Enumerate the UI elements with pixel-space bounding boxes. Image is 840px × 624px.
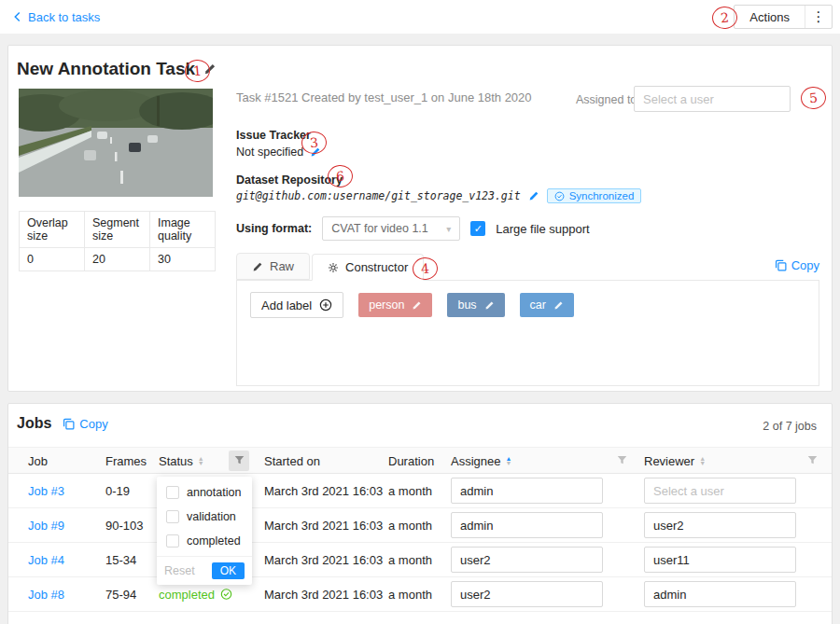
frames-cell: 90-103 xyxy=(105,519,143,533)
assignee-input[interactable] xyxy=(451,547,603,573)
reviewer-input[interactable] xyxy=(644,512,796,538)
label-chip-bus-name: bus xyxy=(457,298,476,312)
task-details-card: New Annotation Task Overlap size Segment… xyxy=(7,45,833,392)
frames-cell: 0-19 xyxy=(105,484,130,498)
status-text: completed xyxy=(159,588,215,602)
job-link[interactable]: Job #4 xyxy=(28,553,64,567)
reviewer-input[interactable] xyxy=(644,581,796,607)
copy-jobs-label: Copy xyxy=(79,417,107,431)
filter-option-completed[interactable]: completed xyxy=(157,529,252,553)
assignee-filter-icon[interactable] xyxy=(611,451,632,471)
sync-status-badge: Synchronized xyxy=(547,188,642,203)
copy-icon xyxy=(775,259,787,271)
param-header-segment: Segment size xyxy=(85,212,150,248)
tab-raw-label: Raw xyxy=(270,259,294,273)
large-file-checkbox[interactable]: ✓ xyxy=(470,221,485,236)
duration-cell: a month xyxy=(388,519,432,533)
actions-button[interactable]: Actions ⋮ xyxy=(734,5,833,29)
edit-label-icon[interactable] xyxy=(484,300,495,311)
reviewer-sorter[interactable]: ▲▼ xyxy=(699,455,706,465)
col-started: Started on xyxy=(264,453,320,467)
sync-status-text: Synchronized xyxy=(569,190,635,201)
jobs-header: Jobs Copy xyxy=(17,415,108,432)
task-title-text: New Annotation Task xyxy=(17,59,195,79)
task-params-table: Overlap size Segment size Image quality … xyxy=(19,211,216,271)
tab-constructor-label: Constructor xyxy=(345,260,408,274)
build-icon xyxy=(328,262,339,273)
jobs-table-header: Job Frames Status ▲▼ Started on Duration… xyxy=(8,447,832,474)
duration-cell: a month xyxy=(388,588,432,602)
filter-option-completed-label: completed xyxy=(187,534,241,548)
filter-ok-button[interactable]: OK xyxy=(212,562,245,579)
label-chip-person[interactable]: person xyxy=(358,293,432,317)
frames-cell: 75-94 xyxy=(105,588,136,602)
edit-label-icon[interactable] xyxy=(412,300,422,311)
assignee-sorter[interactable]: ▲▼ xyxy=(505,455,511,465)
label-chip-bus[interactable]: bus xyxy=(447,293,504,317)
label-chip-car[interactable]: car xyxy=(520,293,574,317)
param-header-quality: Image quality xyxy=(150,212,216,248)
issue-tracker-value-row: Not specified xyxy=(236,146,321,159)
col-assignee-label: Assignee xyxy=(451,453,500,467)
param-header-overlap: Overlap size xyxy=(20,212,85,248)
col-duration: Duration xyxy=(388,453,434,467)
params-value-row: 0 20 30 xyxy=(20,248,216,271)
job-link[interactable]: Job #3 xyxy=(28,484,64,498)
back-to-tasks-link[interactable]: Back to tasks xyxy=(13,10,100,24)
edit-issue-tracker-icon[interactable] xyxy=(310,146,321,158)
label-chip-person-name: person xyxy=(369,298,404,312)
checkbox-validation[interactable] xyxy=(166,510,179,523)
dataset-repository-label: Dataset Repository xyxy=(236,173,343,187)
status-sorter[interactable]: ▲▼ xyxy=(198,455,204,465)
filter-footer: Reset OK xyxy=(157,556,252,585)
tab-constructor[interactable]: Constructor xyxy=(312,254,424,281)
reviewer-filter-icon[interactable] xyxy=(802,451,822,471)
filter-option-validation[interactable]: validation xyxy=(157,505,252,529)
checkbox-annotation[interactable] xyxy=(166,486,179,499)
filter-reset-button[interactable]: Reset xyxy=(164,564,195,577)
labels-tabs: Raw Constructor Copy xyxy=(236,254,819,281)
assigned-to-input[interactable] xyxy=(634,86,791,112)
reviewer-input[interactable] xyxy=(644,547,796,573)
plus-circle-icon xyxy=(319,298,332,312)
started-cell: March 3rd 2021 16:03 xyxy=(264,553,383,567)
chevron-left-icon xyxy=(13,11,21,22)
assignee-input[interactable] xyxy=(451,581,603,607)
status-filter-dropdown: annotation validation completed Reset OK xyxy=(157,477,252,585)
job-link[interactable]: Job #8 xyxy=(28,588,64,602)
copy-labels-link[interactable]: Copy xyxy=(775,258,819,276)
jobs-count: 2 of 7 jobs xyxy=(763,420,817,433)
status-filter-icon[interactable] xyxy=(229,451,249,471)
add-label-text: Add label xyxy=(261,298,312,312)
jobs-title: Jobs xyxy=(17,415,51,432)
assigned-to-label: Assigned to xyxy=(576,93,637,106)
page-title: New Annotation Task xyxy=(17,59,217,79)
add-label-button[interactable]: Add label xyxy=(250,292,343,318)
assignee-input[interactable] xyxy=(451,512,603,538)
pencil-icon xyxy=(252,261,263,272)
edit-repository-icon[interactable] xyxy=(528,190,539,201)
label-row: Add label person bus car xyxy=(237,280,819,330)
copy-icon xyxy=(63,418,75,430)
col-job: Job xyxy=(28,453,48,467)
format-select-value: CVAT for video 1.1 xyxy=(331,222,428,235)
more-menu-icon[interactable]: ⋮ xyxy=(805,6,832,28)
table-row: Job #9 90-103 March 3rd 2021 16:03 a mon… xyxy=(8,508,832,543)
copy-jobs-link[interactable]: Copy xyxy=(63,417,107,431)
started-cell: March 3rd 2021 16:03 xyxy=(264,519,383,533)
reviewer-input[interactable] xyxy=(644,478,796,504)
edit-label-icon[interactable] xyxy=(553,300,564,311)
label-constructor-panel: Add label person bus car xyxy=(236,280,819,386)
tab-raw[interactable]: Raw xyxy=(236,253,310,280)
checkbox-completed[interactable] xyxy=(166,534,179,548)
jobs-card: Jobs Copy 2 of 7 jobs Job Frames Status … xyxy=(7,403,833,624)
duration-cell: a month xyxy=(388,553,432,567)
filter-option-validation-label: validation xyxy=(187,510,236,523)
assignee-input[interactable] xyxy=(451,478,603,504)
format-select[interactable]: CVAT for video 1.1 ▾ xyxy=(322,216,460,241)
job-link[interactable]: Job #9 xyxy=(28,519,64,533)
actions-label[interactable]: Actions xyxy=(735,6,805,28)
started-cell: March 3rd 2021 16:03 xyxy=(264,484,383,498)
filter-option-annotation[interactable]: annotation xyxy=(157,480,252,505)
edit-title-icon[interactable] xyxy=(203,62,217,76)
